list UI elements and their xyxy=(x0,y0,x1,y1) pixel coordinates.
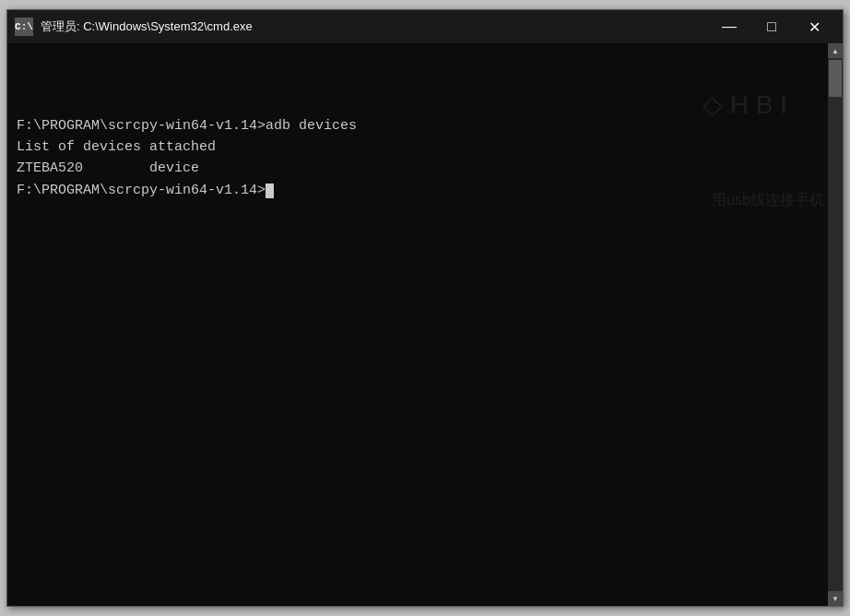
minimize-button[interactable]: — xyxy=(708,10,750,43)
close-button[interactable]: ✕ xyxy=(793,10,835,43)
scroll-down-button[interactable]: ▼ xyxy=(828,591,843,606)
scrollbar[interactable]: ▲ ▼ xyxy=(828,43,843,606)
scrollbar-thumb[interactable] xyxy=(829,60,842,97)
scrollbar-track[interactable] xyxy=(828,58,843,591)
terminal-body: F:\PROGRAM\scrcpy-win64-v1.14>adb device… xyxy=(7,43,843,606)
window-controls: — □ ✕ xyxy=(708,10,835,43)
terminal-output[interactable]: F:\PROGRAM\scrcpy-win64-v1.14>adb device… xyxy=(7,43,828,606)
cmd-window: C:\ 管理员: C:\Windows\System32\cmd.exe — □… xyxy=(6,9,844,607)
window-title: 管理员: C:\Windows\System32\cmd.exe xyxy=(41,18,708,35)
scroll-up-button[interactable]: ▲ xyxy=(828,43,843,58)
maximize-button[interactable]: □ xyxy=(750,10,793,43)
window-icon: C:\ xyxy=(15,18,33,36)
title-bar: C:\ 管理员: C:\Windows\System32\cmd.exe — □… xyxy=(7,10,843,43)
